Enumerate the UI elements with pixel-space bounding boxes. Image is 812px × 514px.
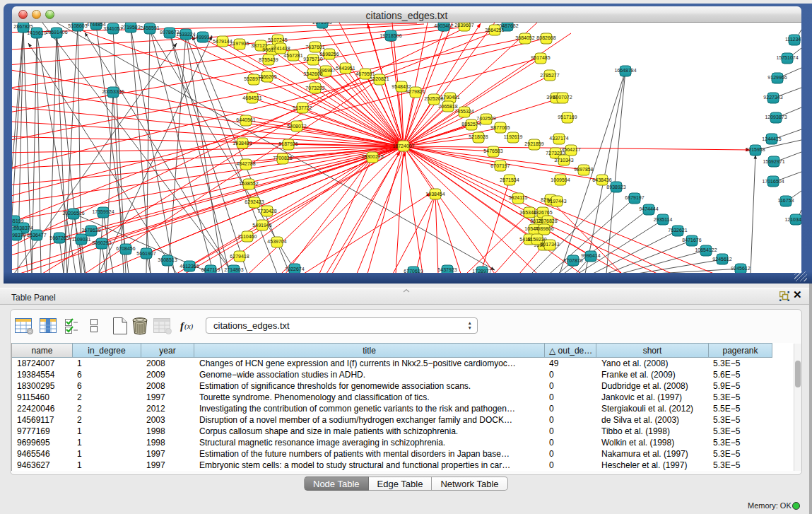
svg-text:4337174: 4337174 (549, 136, 568, 141)
svg-text:(x): (x) (184, 322, 194, 331)
svg-text:4612365: 4612365 (180, 264, 199, 269)
svg-text:4684531: 4684531 (242, 95, 261, 100)
svg-text:3710343: 3710343 (554, 158, 573, 163)
svg-text:2785277: 2785277 (540, 73, 559, 78)
svg-text:12103450: 12103450 (784, 217, 801, 222)
svg-text:3564251: 3564251 (485, 28, 504, 33)
svg-text:9474444: 9474444 (639, 206, 658, 211)
svg-text:9897858: 9897858 (574, 167, 593, 172)
svg-text:9996414: 9996414 (581, 253, 600, 258)
svg-text:116753: 116753 (778, 198, 794, 203)
svg-text:18724007: 18724007 (392, 144, 414, 148)
svg-text:3678638: 3678638 (81, 228, 100, 233)
svg-text:7022674: 7022674 (285, 267, 304, 271)
svg-text:9279821: 9279821 (406, 89, 425, 94)
svg-text:5017343: 5017343 (540, 242, 559, 247)
svg-text:7730428: 7730428 (257, 209, 276, 214)
svg-text:1419610: 1419610 (27, 30, 46, 35)
svg-text:1728977: 1728977 (472, 269, 491, 273)
svg-text:5443951: 5443951 (336, 66, 355, 71)
svg-text:2065818: 2065818 (438, 104, 457, 109)
svg-text:2571945: 2571945 (312, 23, 331, 25)
svg-text:19218506: 19218506 (379, 33, 401, 38)
svg-text:17359924: 17359924 (92, 209, 114, 214)
svg-text:1009594: 1009594 (551, 177, 570, 182)
svg-text:5137722: 5137722 (293, 105, 312, 110)
svg-text:2110460: 2110460 (238, 234, 257, 239)
svg-text:8707870: 8707870 (563, 258, 582, 263)
svg-text:4567281: 4567281 (283, 53, 302, 58)
svg-text:6770619: 6770619 (404, 269, 423, 273)
svg-text:15751074: 15751074 (776, 55, 798, 60)
svg-text:5924115: 5924115 (509, 195, 528, 200)
svg-text:4539704: 4539704 (267, 239, 286, 244)
svg-text:7632621: 7632621 (668, 228, 687, 233)
svg-text:8187926: 8187926 (278, 141, 298, 146)
svg-text:9877065: 9877065 (490, 125, 510, 130)
svg-text:3341057: 3341057 (103, 26, 122, 31)
svg-text:12093873: 12093873 (765, 115, 787, 119)
svg-text:3342608: 3342608 (303, 71, 322, 76)
svg-text:5108603: 5108603 (68, 23, 87, 28)
svg-text:5107245: 5107245 (268, 37, 287, 42)
svg-text:5218028: 5218028 (469, 134, 488, 139)
svg-text:6292423: 6292423 (245, 199, 264, 204)
svg-text:5528972: 5528972 (244, 76, 263, 81)
svg-text:2197935: 2197935 (230, 41, 249, 46)
svg-text:6438436: 6438436 (592, 177, 611, 182)
svg-text:2714803: 2714803 (224, 267, 243, 272)
svg-text:1499914: 1499914 (193, 35, 212, 40)
svg-text:20053346: 20053346 (102, 89, 124, 94)
svg-text:3741438: 3741438 (271, 46, 290, 51)
svg-text:4679591: 4679591 (355, 71, 375, 76)
svg-text:5437923: 5437923 (437, 267, 457, 272)
svg-text:2839607: 2839607 (454, 23, 473, 28)
svg-text:6708456: 6708456 (116, 246, 135, 251)
svg-text:10654122: 10654122 (695, 247, 717, 252)
svg-text:8090293: 8090293 (92, 240, 111, 245)
svg-text:3320821: 3320821 (370, 76, 389, 81)
svg-text:6707197: 6707197 (490, 163, 510, 168)
svg-text:5491946: 5491946 (252, 223, 271, 228)
svg-text:5476583: 5476583 (483, 148, 502, 153)
svg-text:8698256: 8698256 (319, 52, 339, 57)
svg-text:1192619: 1192619 (504, 134, 523, 139)
svg-text:9245612: 9245612 (712, 257, 731, 262)
svg-text:5408072: 5408072 (287, 124, 306, 129)
svg-text:7455324: 7455324 (454, 109, 473, 114)
svg-text:6879197: 6879197 (625, 195, 644, 200)
svg-text:4903402: 4903402 (434, 23, 453, 28)
svg-text:2871534: 2871534 (500, 177, 519, 182)
svg-text:6440561: 6440561 (236, 117, 255, 122)
svg-text:8852574: 8852574 (461, 122, 481, 127)
svg-text:17016504: 17016504 (762, 179, 784, 184)
svg-text:3684052: 3684052 (515, 35, 534, 40)
svg-text:2935114: 2935114 (654, 217, 673, 222)
svg-text:8938923: 8938923 (606, 185, 625, 189)
svg-text:2719583: 2719583 (121, 25, 140, 30)
svg-text:8755439: 8755439 (259, 57, 278, 62)
svg-text:9548432: 9548432 (392, 84, 411, 89)
svg-text:1244415: 1244415 (762, 136, 781, 141)
svg-text:5661907: 5661907 (136, 251, 155, 256)
svg-text:1112347: 1112347 (785, 37, 801, 42)
svg-text:1938454: 1938454 (425, 192, 445, 197)
svg-text:9245612: 9245612 (731, 266, 750, 271)
svg-text:8082668: 8082668 (536, 35, 555, 40)
svg-text:6647119: 6647119 (201, 267, 220, 272)
svg-text:7700828: 7700828 (273, 156, 292, 160)
svg-text:1538552: 1538552 (239, 181, 258, 186)
svg-text:6279418: 6279418 (230, 254, 249, 259)
svg-text:16648784: 16648784 (614, 68, 636, 73)
svg-text:5667265: 5667265 (49, 235, 69, 240)
svg-text:7073292: 7073292 (305, 86, 324, 90)
svg-text:2458591: 2458591 (140, 25, 159, 30)
svg-text:4842788: 4842788 (236, 161, 255, 166)
svg-text:2867825: 2867825 (13, 24, 33, 29)
svg-text:8215958: 8215958 (746, 147, 765, 152)
svg-text:6007072: 6007072 (553, 95, 572, 100)
svg-text:20691406: 20691406 (45, 30, 67, 35)
svg-text:9197443: 9197443 (547, 199, 566, 204)
svg-text:7089806: 7089806 (534, 226, 553, 231)
svg-text:7402509: 7402509 (476, 116, 495, 121)
